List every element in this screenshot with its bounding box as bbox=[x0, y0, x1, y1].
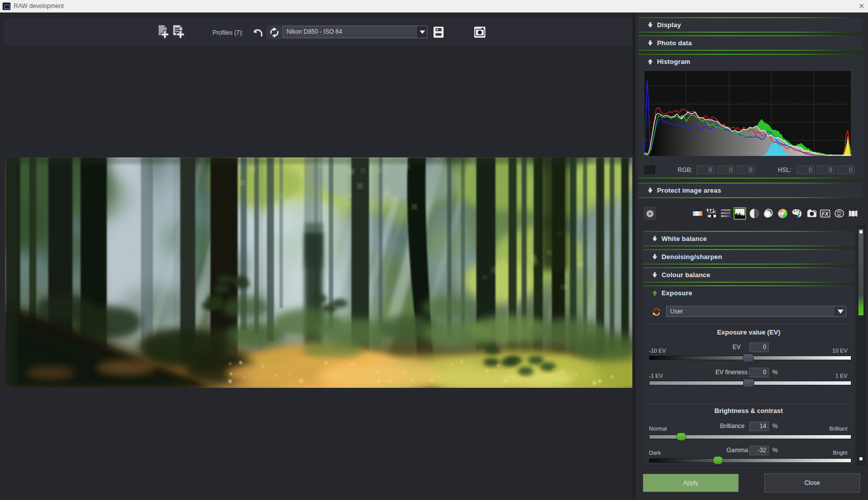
svg-text:FX: FX bbox=[822, 211, 829, 217]
